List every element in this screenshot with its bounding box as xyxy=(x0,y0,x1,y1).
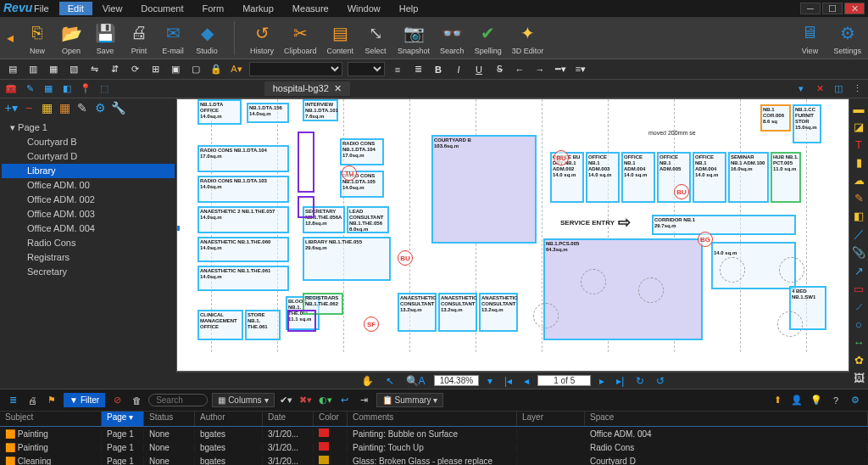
ribbon-content[interactable]: ▤Content xyxy=(327,21,354,55)
menu-form[interactable]: Form xyxy=(194,2,233,15)
ribbon-open[interactable]: 📂Open xyxy=(59,21,83,55)
room[interactable]: RADIO CONS NB.1.DTA.10314.0sq.m xyxy=(198,176,289,203)
col-comments[interactable]: Comments xyxy=(348,412,517,426)
menu-document[interactable]: Document xyxy=(132,2,192,15)
room[interactable]: STORE NB.1. THE.061 xyxy=(245,310,281,340)
menu-edit[interactable]: Edit xyxy=(59,2,92,15)
tree-item[interactable]: Registrars xyxy=(2,250,175,265)
tab-close-icon[interactable]: ✕ xyxy=(812,81,827,97)
room[interactable]: NB.1.CC FURNIT STOR15.0sq.m xyxy=(793,104,821,143)
ribbon-spelling[interactable]: ✔Spelling xyxy=(475,21,502,55)
room[interactable]: LIBRARY NB.1.THE.05529.6sq.m xyxy=(303,237,391,281)
ellipse-icon[interactable]: ○ xyxy=(851,317,866,332)
ribbon-new[interactable]: ⎘New xyxy=(25,21,49,55)
rotate-icon[interactable]: ⟳ xyxy=(127,62,142,77)
room[interactable]: COURTYARD B103.6sq.m xyxy=(431,135,537,244)
trash-icon[interactable]: 🗑 xyxy=(129,393,144,408)
thumbnail-icon[interactable]: ▦ xyxy=(41,81,56,97)
zoom-level[interactable]: 104.38% xyxy=(434,375,479,386)
room[interactable]: OFFICE NB.1 ADM.00414.0 sq.m xyxy=(621,152,655,203)
markup-search[interactable] xyxy=(148,394,208,406)
room[interactable]: RADIO CONS NB.1.DTA.10417.0sq.m xyxy=(198,145,289,172)
add-icon[interactable]: +▾ xyxy=(3,100,19,115)
back-icon[interactable]: ◂ xyxy=(7,30,14,46)
note-icon[interactable]: ▬ xyxy=(851,102,866,116)
remove-icon[interactable]: − xyxy=(21,100,36,115)
line-weight-icon[interactable]: ≡▾ xyxy=(573,62,588,77)
room[interactable]: SEMINAR NB.1 ADM.10016.0sq.m xyxy=(728,152,769,203)
panel-options-icon[interactable]: ⋮ xyxy=(849,81,865,97)
room[interactable] xyxy=(298,196,314,218)
flip-h-icon[interactable]: ⇋ xyxy=(86,62,102,77)
layer2-icon[interactable]: ▦ xyxy=(57,100,72,115)
ribbon-print[interactable]: 🖨Print xyxy=(127,21,151,55)
zoom-area-icon[interactable]: 🔍A xyxy=(403,375,429,387)
col-date[interactable]: Date xyxy=(263,412,314,426)
prev-page-icon[interactable]: ◂ xyxy=(520,375,532,387)
room[interactable] xyxy=(298,132,314,193)
stamp-tu[interactable]: TU xyxy=(342,165,357,181)
text-align-center-icon[interactable]: ≣ xyxy=(410,62,426,77)
menu-window[interactable]: Window xyxy=(339,2,389,15)
distribute-icon[interactable]: ▧ xyxy=(66,62,81,77)
text-icon[interactable]: T xyxy=(851,137,866,152)
polyline-icon[interactable]: ⟋ xyxy=(851,300,866,314)
tree-item[interactable]: Office ADM. 004 xyxy=(2,221,175,236)
tool-icon[interactable]: 🔧 xyxy=(110,100,125,115)
next-page-icon[interactable]: ▸ xyxy=(596,375,608,387)
markup-row[interactable]: 🟧 PaintingPage 1Nonebgates3/1/20...Paint… xyxy=(0,427,868,440)
close-button[interactable]: ✕ xyxy=(844,3,865,14)
spaces-icon[interactable]: ⬚ xyxy=(97,81,112,97)
pen-icon[interactable]: ✎ xyxy=(22,81,37,97)
stamp-bg[interactable]: BG xyxy=(698,232,713,247)
font-size-select[interactable] xyxy=(348,62,385,76)
ribbon-settings[interactable]: ⚙Settings xyxy=(833,21,861,55)
menu-markup[interactable]: Markup xyxy=(234,2,282,15)
room[interactable]: LEAD CONSULTANT NB.1.THE.0568.0sq.m xyxy=(347,206,389,233)
eraser-icon[interactable]: ◧ xyxy=(851,209,866,223)
col-layer[interactable]: Layer xyxy=(517,412,585,426)
stamp-bu[interactable]: BU xyxy=(398,250,413,266)
menu-file[interactable]: File xyxy=(25,2,58,15)
room[interactable]: ANAESTHETIC CONSULTANT13.2sq.m xyxy=(479,293,518,332)
rotate-ccw-icon[interactable]: ↺ xyxy=(653,375,668,387)
gear-icon[interactable]: ⚙ xyxy=(92,100,108,115)
summary-button[interactable]: 📋 Summary ▾ xyxy=(376,393,444,407)
up-icon[interactable]: ⬆ xyxy=(770,393,785,408)
arrow-icon[interactable]: ↗ xyxy=(851,264,866,278)
tree-item[interactable]: Library xyxy=(2,164,175,178)
room[interactable]: HUB NB.1. PCT.00511.0 sq.m xyxy=(771,152,801,203)
x-icon[interactable]: ✖▾ xyxy=(298,393,314,408)
dimension-icon[interactable]: ↔ xyxy=(851,335,866,350)
toolchest-icon[interactable]: 🧰 xyxy=(3,81,19,97)
menu-measure[interactable]: Measure xyxy=(284,2,337,15)
import-icon[interactable]: ⇥ xyxy=(357,393,372,408)
tree-item[interactable]: Office ADM. 003 xyxy=(2,207,175,221)
lock-icon[interactable]: 🔒 xyxy=(209,62,224,77)
ribbon-snapshot[interactable]: 📷Snapshot xyxy=(398,21,430,55)
strike-icon[interactable]: S̶ xyxy=(492,62,507,77)
col-color[interactable]: Color xyxy=(314,412,348,426)
col-subject[interactable]: Subject xyxy=(0,412,102,426)
room[interactable]: NB.1.DTA.15614.0sq.m xyxy=(247,103,289,123)
tree-item[interactable]: Courtyard D xyxy=(2,149,175,164)
room[interactable] xyxy=(287,310,316,332)
align-center-icon[interactable]: ▥ xyxy=(25,62,41,77)
align-left-icon[interactable]: ▤ xyxy=(5,62,20,77)
stamp-bu[interactable]: BU xyxy=(674,184,689,199)
clear-filter-icon[interactable]: ⊘ xyxy=(109,393,125,408)
col-space[interactable]: Space xyxy=(585,412,868,426)
tree-item[interactable]: Courtyard B xyxy=(2,135,175,149)
tab-down-icon[interactable]: ▾ xyxy=(793,81,809,97)
italic-icon[interactable]: I xyxy=(451,62,466,77)
reply-icon[interactable]: ↩ xyxy=(337,393,353,408)
status-icon[interactable]: ◐▾ xyxy=(318,393,333,408)
bookmark-icon[interactable]: ◧ xyxy=(59,81,75,97)
text-color-icon[interactable]: A▾ xyxy=(229,62,244,77)
image-icon[interactable]: 🖼 xyxy=(851,371,866,385)
stamp-sf[interactable]: SF xyxy=(364,317,379,332)
ribbon-e-mail[interactable]: ✉E-mail xyxy=(161,21,185,55)
maximize-button[interactable]: ☐ xyxy=(822,3,843,14)
col-status[interactable]: Status xyxy=(144,412,195,426)
pan-icon[interactable]: ✋ xyxy=(358,375,377,387)
